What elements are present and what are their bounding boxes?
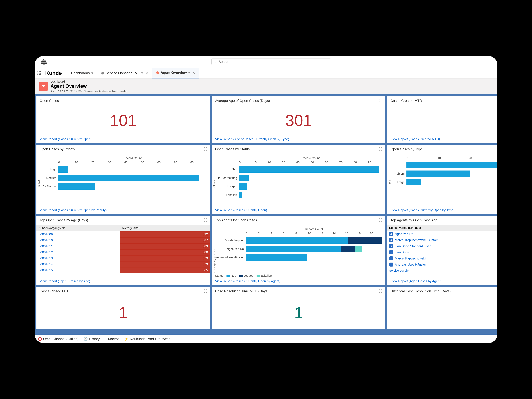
- case-link[interactable]: 00001015: [38, 268, 53, 272]
- history-button[interactable]: 🕘History: [83, 337, 100, 341]
- chart-legend: Status Neu Lodged Eskaliert: [212, 273, 386, 278]
- close-icon[interactable]: ✕: [145, 71, 148, 75]
- card-title: Historical Case Resolution Time (Days): [387, 287, 497, 296]
- view-report-link[interactable]: View Report (Cases Currently Open by Pri…: [40, 208, 107, 212]
- agent-link[interactable]: Marcel Kapuschowski: [395, 257, 426, 260]
- expand-icon[interactable]: ⛶: [379, 289, 382, 293]
- bar-chart: 01020304050607080HighMedium5 - Normal: [40, 161, 207, 190]
- expand-icon[interactable]: ⛶: [379, 218, 382, 222]
- agent-link[interactable]: Ngoc Yen Do: [395, 232, 413, 236]
- person-icon: [389, 238, 393, 242]
- card-case-resolution-time-mtd: Case Resolution Time MTD (Days) ⛶ 1: [212, 287, 386, 329]
- age-value: 592: [120, 231, 210, 237]
- y-axis-label: Typ: [388, 180, 391, 184]
- svg-point-4: [40, 71, 41, 72]
- list-item: Andreas-Uwe Häusler: [387, 261, 497, 268]
- case-link[interactable]: 00001011: [38, 244, 53, 248]
- expand-icon[interactable]: ⛶: [379, 147, 382, 151]
- age-value: 580: [120, 249, 210, 255]
- tab-dashboards[interactable]: Dashboards ▾: [67, 68, 97, 78]
- expand-icon[interactable]: ⛶: [379, 99, 382, 103]
- chevron-down-icon[interactable]: ▾: [188, 71, 190, 75]
- age-value: 587: [120, 237, 210, 243]
- expand-icon[interactable]: ⛶: [204, 289, 207, 293]
- expand-icon[interactable]: ⛶: [204, 147, 207, 151]
- card-title: Top Open Cases by Age (Days): [37, 216, 210, 225]
- list-item: Marcel Kapuschowski (Custom): [387, 237, 497, 243]
- table-row: 00001015565: [37, 267, 210, 273]
- tab-service-manager-overview[interactable]: Service Manager Ov... ▾ ✕: [97, 68, 152, 78]
- table-header: Kundenvorgangsinhaber: [387, 225, 497, 231]
- neukunde-button[interactable]: ⚡Neukunde Produktauswahl: [124, 337, 171, 341]
- svg-point-7: [40, 73, 41, 74]
- svg-point-5: [38, 73, 38, 74]
- chevron-down-icon[interactable]: ▾: [91, 71, 93, 75]
- table-row: 00001014579: [37, 261, 210, 267]
- stacked-bar-chart: 02468101214161820Jonida KopperNgoc Yen D…: [215, 232, 382, 261]
- card-title: Top Agents by Open Case Age: [387, 216, 497, 225]
- dashboard-icon: [101, 72, 104, 75]
- svg-point-3: [39, 71, 40, 72]
- age-value: 565: [120, 267, 210, 273]
- agent-link[interactable]: Ivan Botta Standard User: [395, 244, 431, 248]
- y-axis-label: Kundenvorgangsinhaber: [213, 249, 216, 273]
- case-link[interactable]: 00001010: [38, 239, 53, 242]
- table-row: 00001009592: [37, 231, 210, 237]
- page-meta: As of 14.11.2022, 17:39 · Viewing as And…: [51, 89, 127, 93]
- view-report-link[interactable]: View Report (Cases Currently Open): [40, 137, 91, 141]
- expand-icon[interactable]: ⛶: [204, 218, 207, 222]
- card-title: Case Resolution Time MTD (Days): [212, 287, 386, 296]
- card-title: Average Age of Open Cases (Days): [212, 96, 386, 105]
- expand-icon[interactable]: ⛶: [497, 99, 497, 103]
- case-link[interactable]: 00001014: [38, 262, 53, 266]
- person-icon: [389, 256, 393, 260]
- expand-icon[interactable]: ⛶: [497, 218, 497, 222]
- macros-button[interactable]: ››Macros: [105, 337, 120, 341]
- view-report-link[interactable]: View Report (Cases Currently Open): [215, 208, 267, 212]
- dashboard-header-icon: [38, 82, 48, 91]
- legend-swatch-neu: [227, 275, 230, 277]
- expand-icon[interactable]: ⛶: [204, 99, 207, 103]
- tab-agent-overview[interactable]: Agent Overview ▾ ✕: [152, 68, 199, 78]
- table-header[interactable]: Average Alter ↓: [120, 225, 210, 231]
- view-report-link[interactable]: View Report (Cases Currently Open by Age…: [215, 279, 280, 283]
- omni-channel-button[interactable]: Omni-Channel (Offline): [38, 337, 79, 341]
- card-open-cases-by-priority: Open Cases by Priority ⛶ Priorität Recor…: [37, 145, 210, 214]
- case-link[interactable]: 00001009: [38, 233, 53, 236]
- app-launcher-icon[interactable]: [35, 71, 44, 76]
- dashboard-grid: Open Cases ⛶ 101 View Report (Cases Curr…: [35, 95, 497, 335]
- card-open-cases: Open Cases ⛶ 101 View Report (Cases Curr…: [37, 96, 210, 143]
- table-row: 00001010587: [37, 237, 210, 243]
- legend-swatch-eskaliert: [257, 275, 260, 277]
- bar-chart: 0102030405060708090NeuIn BearbeitungLodg…: [215, 161, 382, 198]
- page-eyebrow: Dashboard: [51, 80, 127, 83]
- expand-icon[interactable]: ⛶: [497, 289, 497, 293]
- expand-icon[interactable]: ⛶: [497, 147, 497, 151]
- view-report-link[interactable]: View Report (Top 10 Cases by Age): [40, 279, 90, 283]
- card-avg-age: Average Age of Open Cases (Days) ⛶ 301 V…: [212, 96, 386, 143]
- global-search-input[interactable]: Search...: [211, 58, 331, 65]
- table-row: 00001012580: [37, 249, 210, 255]
- list-item: Ivan Botta: [387, 249, 497, 255]
- view-report-link[interactable]: View Report (Aged Cases by Agent): [391, 279, 442, 283]
- card-top-agents-by-age: Top Agents by Open Case Age ⛶ Kundenvorg…: [387, 216, 497, 285]
- x-axis-label: Record Count: [58, 156, 207, 160]
- view-report-link[interactable]: View Report (Cases Currently Open by Typ…: [391, 208, 455, 212]
- app-name: Kunde: [44, 70, 67, 76]
- agent-link[interactable]: Marcel Kapuschowski (Custom): [395, 238, 440, 242]
- chevron-down-icon[interactable]: ▾: [141, 71, 143, 75]
- case-link[interactable]: 00001013: [38, 256, 53, 260]
- table-header[interactable]: Kundenvorgangs-Nr.: [37, 225, 120, 231]
- service-level-link[interactable]: Service Level ▸: [387, 268, 497, 274]
- close-icon[interactable]: ✕: [192, 71, 195, 75]
- case-link[interactable]: 00001012: [38, 250, 53, 254]
- view-report-link[interactable]: View Report (Age of Cases Currently Open…: [215, 137, 289, 141]
- metric-value: 1: [215, 298, 382, 327]
- y-axis-label: Priorität: [37, 180, 40, 189]
- svg-point-9: [39, 74, 40, 75]
- card-historical-resolution-time: Historical Case Resolution Time (Days) ⛶: [387, 287, 497, 329]
- agent-link[interactable]: Andreas-Uwe Häusler: [395, 263, 426, 266]
- card-title: Open Cases: [37, 96, 210, 105]
- agent-link[interactable]: Ivan Botta: [395, 250, 409, 254]
- view-report-link[interactable]: View Report (Cases Created MTD): [391, 137, 440, 141]
